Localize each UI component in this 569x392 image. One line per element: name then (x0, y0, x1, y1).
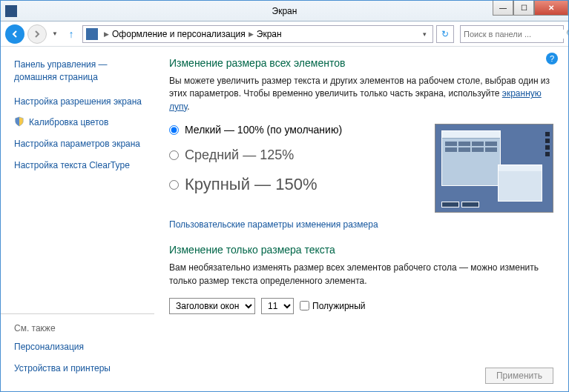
custom-sizing-row: Пользовательские параметры изменения раз… (169, 217, 553, 230)
see-also-label: Персонализация (14, 341, 84, 353)
radio-label: Крупный — 150% (185, 175, 317, 194)
address-dropdown[interactable]: ▾ (420, 30, 430, 38)
sidebar: Панель управления — домашняя страница На… (1, 47, 160, 391)
breadcrumb-page[interactable]: Экран (257, 29, 282, 39)
description-text-only: Вам необязательно изменять размер всех э… (169, 262, 553, 288)
size-radios: Мелкий — 100% (по умолчанию) Средний — 1… (169, 124, 417, 206)
radio-input[interactable] (169, 125, 179, 135)
see-also: См. также Персонализация Устройства и пр… (14, 309, 154, 384)
forward-button[interactable] (27, 24, 47, 44)
custom-sizing-link[interactable]: Пользовательские параметры изменения раз… (169, 219, 378, 230)
breadcrumb-category[interactable]: Оформление и персонализация (112, 29, 246, 39)
radio-medium[interactable]: Средний — 125% (169, 147, 417, 163)
panel-home-line1: Панель управления — (14, 59, 108, 70)
radio-label: Мелкий — 100% (по умолчанию) (185, 124, 342, 136)
app-icon (5, 5, 17, 17)
search-icon[interactable]: 🔍 (566, 29, 569, 39)
sidebar-item-display-settings[interactable]: Настройка параметров экрана (14, 138, 154, 150)
location-icon (86, 28, 98, 40)
maximize-button[interactable] (513, 1, 534, 16)
sidebar-item-cleartype[interactable]: Настройка текста ClearType (14, 159, 154, 172)
description-all: Вы можете увеличить размер текста и друг… (169, 75, 553, 113)
history-dropdown[interactable]: ▼ (50, 24, 60, 44)
sidebar-item-label: Настройка разрешения экрана (14, 96, 142, 108)
search-box[interactable]: 🔍 (460, 25, 564, 43)
bold-checkbox[interactable]: Полужирный (300, 301, 366, 311)
text-size-controls: Заголовки окон 11 Полужирный (169, 298, 553, 314)
close-button[interactable] (534, 1, 568, 16)
up-button[interactable]: ↑ (63, 26, 79, 42)
preview-image (435, 124, 553, 213)
divider (1, 313, 154, 314)
chevron-right-icon: ▶ (104, 30, 109, 38)
sidebar-item-calibration[interactable]: Калибровка цветов (14, 116, 154, 129)
heading-text-only: Изменение только размера текста (169, 244, 553, 256)
see-also-heading: См. также (14, 323, 154, 333)
shield-icon (14, 116, 24, 127)
content: Панель управления — домашняя страница На… (1, 47, 568, 391)
refresh-button[interactable]: ↻ (436, 25, 454, 43)
control-panel-home[interactable]: Панель управления — домашняя страница (14, 59, 154, 84)
apply-button[interactable]: Применить (485, 368, 553, 384)
radio-label: Средний — 125% (185, 147, 294, 163)
element-select[interactable]: Заголовки окон (169, 298, 255, 314)
search-input[interactable] (464, 30, 566, 39)
desc-text: . (187, 102, 189, 112)
radio-input[interactable] (169, 180, 179, 190)
chevron-right-icon: ▶ (249, 30, 254, 38)
minimize-button[interactable] (493, 1, 513, 16)
see-also-personalization[interactable]: Персонализация (14, 341, 154, 353)
heading-size-all: Изменение размера всех элементов (169, 57, 553, 69)
desc-text: Вы можете увеличить размер текста и друг… (169, 76, 550, 99)
see-also-devices[interactable]: Устройства и принтеры (14, 362, 154, 375)
sidebar-item-label: Калибровка цветов (29, 116, 108, 129)
bold-input[interactable] (300, 301, 309, 310)
help-icon[interactable]: ? (546, 53, 558, 64)
font-size-select[interactable]: 11 (261, 298, 294, 314)
footer: Применить (485, 368, 553, 384)
main-panel: ? Изменение размера всех элементов Вы мо… (160, 47, 568, 391)
navbar: ▼ ↑ ▶ Оформление и персонализация ▶ Экра… (1, 21, 568, 47)
bold-label: Полужирный (312, 301, 366, 311)
panel-home-line2: домашняя страница (14, 72, 98, 82)
address-bar[interactable]: ▶ Оформление и персонализация ▶ Экран ▾ (82, 25, 433, 43)
window-title: Экран (272, 6, 297, 16)
radio-large[interactable]: Крупный — 150% (169, 175, 417, 194)
titlebar: Экран (1, 1, 568, 21)
window-controls (493, 1, 568, 16)
radio-small[interactable]: Мелкий — 100% (по умолчанию) (169, 124, 417, 136)
sidebar-item-label: Настройка параметров экрана (14, 138, 140, 150)
back-button[interactable] (5, 24, 24, 44)
sidebar-item-label: Настройка текста ClearType (14, 159, 130, 172)
size-options-row: Мелкий — 100% (по умолчанию) Средний — 1… (169, 124, 553, 213)
see-also-label: Устройства и принтеры (14, 362, 111, 375)
sidebar-item-resolution[interactable]: Настройка разрешения экрана (14, 96, 154, 108)
radio-input[interactable] (169, 150, 179, 160)
